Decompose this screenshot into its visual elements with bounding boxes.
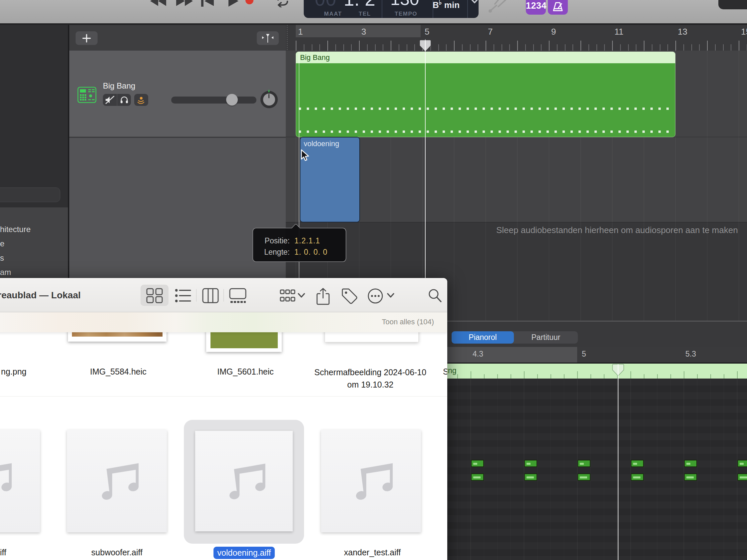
music-note-icon	[88, 453, 145, 509]
group-icon[interactable]	[280, 288, 296, 303]
midi-note[interactable]	[577, 474, 590, 481]
editor-playhead-marker[interactable]	[612, 364, 624, 376]
chevron-down-icon[interactable]	[470, 0, 479, 4]
midi-note[interactable]	[737, 474, 747, 481]
editor-tab-bar: Pianorol Partituur	[452, 331, 578, 344]
editor-panel: Pianorol Partituur 4.3 5 5.3 ng	[400, 321, 747, 560]
list-item-fragment[interactable]: am	[0, 268, 11, 277]
more-icon[interactable]	[367, 288, 383, 304]
list-item-fragment[interactable]: e	[0, 239, 4, 248]
lcd-key-display[interactable]: B♭ min	[427, 0, 465, 10]
editor-ruler[interactable]: 4.3 5 5.3	[400, 347, 747, 363]
skip-to-beginning-icon[interactable]	[201, 0, 214, 7]
file-label[interactable]: subwoofer.aiff	[87, 548, 147, 557]
midi-note[interactable]	[471, 460, 484, 467]
solo-button[interactable]	[117, 94, 131, 106]
tag-icon[interactable]	[341, 288, 358, 304]
midi-note[interactable]	[737, 460, 747, 467]
tooltip-length-value: 1. 0. 0. 0	[294, 246, 328, 258]
file-label[interactable]: Sch	[443, 367, 447, 377]
gallery-view-icon[interactable]	[229, 288, 247, 303]
midi-note[interactable]	[684, 460, 697, 467]
tooltip-row: Lengte:1. 0. 0. 0	[260, 246, 328, 258]
file-label[interactable]: IMG_5584.heic	[88, 367, 148, 377]
metronome-icon	[551, 2, 564, 13]
file-icon-audio[interactable]	[67, 430, 167, 532]
midi-note[interactable]	[524, 460, 537, 467]
midi-note[interactable]	[524, 474, 537, 481]
lcd-display[interactable]: 00 1. 2 MAAT TEL 130 TEMPO B♭ min	[304, 0, 479, 18]
midi-note[interactable]	[471, 474, 484, 481]
tuning-fork-icon[interactable]	[487, 0, 507, 12]
pan-knob[interactable]	[260, 91, 278, 108]
track-header-big-bang[interactable]: Big Bang	[69, 51, 286, 137]
catch-playhead-button[interactable]	[257, 31, 279, 45]
library-field[interactable]	[0, 187, 60, 202]
bar-number: 15	[741, 27, 747, 37]
lcd-divider	[382, 0, 382, 18]
share-icon[interactable]	[316, 288, 330, 305]
track-header-toolbar	[69, 25, 286, 51]
list-item-fragment[interactable]: hitecture	[0, 225, 31, 234]
volume-slider[interactable]	[171, 97, 256, 104]
fast-forward-icon[interactable]	[176, 0, 193, 7]
master-volume-pill[interactable]	[718, 0, 747, 9]
file-icon-audio-selected[interactable]	[195, 431, 293, 531]
editor-region-name: ng	[448, 366, 457, 375]
file-label[interactable]: iff	[0, 548, 17, 557]
file-icon-audio[interactable]	[0, 430, 40, 532]
column-view-icon[interactable]	[202, 288, 219, 303]
drop-hint-text: Sleep audiobestanden hierheen om audiosp…	[496, 225, 738, 235]
finder-window[interactable]: Bureaublad — Lokaal ng.png IMG_5584.heic…	[0, 278, 447, 560]
list-item-fragment[interactable]: s	[0, 254, 4, 263]
file-label[interactable]: IMG_5601.heic	[215, 367, 276, 377]
midi-note[interactable]	[631, 460, 644, 467]
lcd-tempo-label: TEMPO	[395, 11, 417, 17]
selected-file-label[interactable]: voldoening.aiff	[213, 547, 275, 559]
tooltip-row: Positie:1.2.1.1	[260, 235, 328, 246]
icon-view-icon[interactable]	[146, 288, 163, 303]
list-view-icon[interactable]	[175, 288, 191, 303]
midi-note[interactable]	[684, 474, 697, 481]
timeline-ruler[interactable]: 13579111315	[286, 25, 747, 51]
monitoring-button[interactable]	[134, 94, 148, 106]
lcd-tempo-value: 130	[390, 0, 419, 7]
search-icon[interactable]	[428, 288, 442, 303]
pattern-dots	[299, 131, 673, 133]
playhead-marker[interactable]	[419, 39, 431, 52]
rewind-icon[interactable]	[150, 0, 167, 7]
file-label[interactable]: xander_test.aiff	[339, 548, 406, 557]
midi-note[interactable]	[631, 474, 644, 481]
show-all-link[interactable]: Toon alles (104)	[382, 318, 434, 326]
add-track-button[interactable]	[76, 31, 98, 45]
file-label[interactable]: ng.png	[1, 367, 26, 377]
piano-roll-grid[interactable]	[400, 378, 747, 560]
volume-slider-knob[interactable]	[226, 94, 238, 106]
bar-number: 11	[615, 27, 623, 37]
editor-bar-number: 5.3	[686, 350, 696, 358]
record-icon[interactable]	[245, 0, 254, 7]
tab-pianorol[interactable]: Pianorol	[452, 331, 514, 344]
catch-playhead-icon	[261, 34, 274, 43]
play-icon[interactable]	[228, 0, 239, 7]
drum-machine-icon	[77, 85, 97, 105]
tooltip-length-label: Lengte:	[260, 246, 290, 258]
file-icon-audio[interactable]	[321, 430, 421, 532]
editor-loop-strip[interactable]: ng	[400, 364, 747, 378]
file-label[interactable]: Schermafbeelding 2024-06-10om 19.10.32	[310, 366, 430, 391]
tab-partituur[interactable]: Partituur	[514, 331, 578, 344]
music-note-icon	[343, 453, 399, 509]
cycle-icon[interactable]	[276, 0, 290, 7]
track-name[interactable]: Big Bang	[103, 81, 135, 90]
background-window-list: hitecture e s am	[0, 207, 68, 278]
mute-button[interactable]	[103, 94, 117, 106]
finder-window-title: Bureaublad — Lokaal	[0, 290, 81, 301]
file-label-line1: Schermafbeelding 2024-06-10	[314, 368, 426, 377]
project-start-line	[287, 25, 287, 51]
metronome-button[interactable]	[548, 0, 568, 15]
lcd-tel-label: TEL	[359, 11, 371, 17]
region-big-bang[interactable]: Big Bang	[296, 52, 675, 137]
midi-note[interactable]	[577, 460, 590, 467]
count-in-button[interactable]: 1234	[526, 0, 546, 15]
editor-playhead-line[interactable]	[618, 376, 618, 560]
